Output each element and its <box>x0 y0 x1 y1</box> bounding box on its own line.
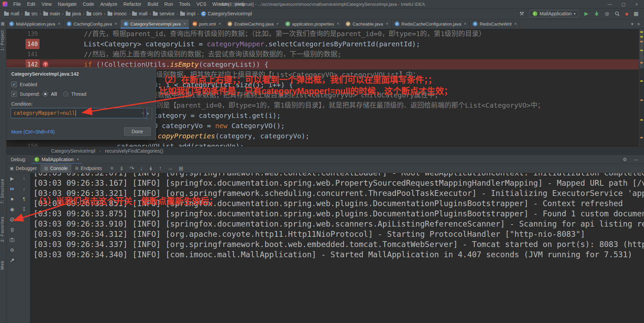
run-button[interactable]: ▶ <box>584 11 588 17</box>
done-button[interactable]: Done <box>124 127 151 136</box>
run-to-cursor-icon[interactable]: → <box>167 165 173 171</box>
scroll-to-end-icon[interactable]: ↧ <box>18 204 30 214</box>
breadcrumb-item[interactable]: mall <box>3 11 20 16</box>
pause-icon[interactable]: ▮▮ <box>6 184 18 194</box>
evaluate-expression-icon[interactable]: ⊞ <box>178 165 183 172</box>
breadcrumb-item[interactable]: com <box>86 11 103 16</box>
tool-windows-icon[interactable]: ▦ <box>634 11 639 17</box>
breadcrumb-method[interactable]: recursivelyFindCategories() <box>105 148 163 154</box>
tab-close-icon[interactable]: × <box>184 21 186 26</box>
tab-CategoryServiceImpl.java[interactable]: CCategoryServiceImpl.java× <box>121 19 189 29</box>
tab-close-icon[interactable]: × <box>386 21 388 26</box>
breadcrumb-item[interactable]: main <box>43 11 61 16</box>
condition-history-dropdown[interactable]: ▾ <box>143 108 152 119</box>
tab-pom.xml[interactable]: mpom.xml× <box>189 19 224 29</box>
mute-breakpoints-icon[interactable]: ⊘ <box>6 214 18 225</box>
step-out-icon[interactable]: ↑ <box>159 165 161 171</box>
code-line[interactable]: 150 categoryVOList.add(categoryVo); <box>6 141 644 147</box>
code-line[interactable]: 139 //首先，根据parent_id，查询出所有该级别的数据；（比如，第一次… <box>6 29 644 39</box>
thread-dump-icon[interactable] <box>6 235 18 245</box>
suspend-thread-radio[interactable] <box>63 91 68 97</box>
hidden-tabs-icon[interactable]: ▾ <box>631 21 633 27</box>
debug-tab-endpoints[interactable]: ⊞Endpoints <box>72 164 106 173</box>
breadcrumb-class[interactable]: CategoryServiceImpl <box>51 148 95 154</box>
breadcrumb-item[interactable]: impl <box>179 11 196 16</box>
soft-wrap-icon[interactable]: ¶ <box>18 194 30 204</box>
tab-close-icon[interactable]: × <box>115 21 117 26</box>
show-execution-point-icon[interactable]: ⇓ <box>119 165 124 172</box>
view-breakpoints-icon[interactable]: ◉ <box>6 204 18 214</box>
search-everywhere-button[interactable] <box>615 11 620 16</box>
tab-RedisCacheWrit[interactable]: CRedisCacheWrit× <box>470 19 520 29</box>
tab-close-icon[interactable]: × <box>514 21 517 26</box>
gutter[interactable]: 140 <box>6 39 51 49</box>
build-tools-icon[interactable]: ⚒ <box>519 11 524 17</box>
more-link[interactable]: More (Ctrl+Shift+F8) <box>11 129 55 135</box>
coverage-button[interactable]: ◎ <box>605 11 609 17</box>
step-over-icon[interactable]: ↷ <box>130 165 134 172</box>
gutter[interactable]: 139 <box>6 29 51 39</box>
code-line[interactable]: 141 //然后，遍历上面查询的该级别的数据；去尝试查询该级别数据的，下一级别的… <box>6 49 644 59</box>
step-into-icon[interactable]: ↓ <box>140 165 143 171</box>
hide-panel-icon[interactable]: — <box>634 157 639 162</box>
layout-settings-icon[interactable]: ≡ <box>110 165 113 171</box>
tool-window-button-1-project[interactable]: 1: Project <box>0 26 6 55</box>
close-session-icon[interactable]: × <box>77 157 79 162</box>
code-line[interactable]: 140 List<Category> categoryList = catego… <box>6 39 644 49</box>
gutter[interactable]: 150 <box>6 141 51 147</box>
conditional-breakpoint-icon[interactable]: ? <box>43 61 48 67</box>
breadcrumb-item[interactable]: service <box>152 11 175 16</box>
tab-Cacheable.java[interactable]: @Cacheable.java× <box>343 19 392 29</box>
tab-options-icon[interactable]: ≡ <box>637 21 640 27</box>
gutter[interactable]: 141 <box>6 49 51 59</box>
menu-vcs[interactable]: VCS <box>193 1 209 7</box>
tab-close-icon[interactable]: × <box>277 21 279 26</box>
tab-CachingConfig.java[interactable]: CCachingConfig.java× <box>64 19 121 29</box>
restore-button[interactable]: ▢ <box>622 2 626 7</box>
debug-tab-debugger[interactable]: ▣Debugger <box>6 164 41 173</box>
menu-refactor[interactable]: Refactor <box>120 1 144 7</box>
close-button[interactable]: × <box>635 2 638 7</box>
pin-icon[interactable] <box>6 255 18 265</box>
down-stack-icon[interactable]: ↓ <box>18 184 30 194</box>
menu-analyze[interactable]: Analyze <box>97 1 121 7</box>
menu-file[interactable]: File <box>10 1 24 7</box>
debug-button[interactable] <box>594 11 599 16</box>
gear-icon[interactable]: ⚙ <box>623 157 627 162</box>
editor[interactable]: 139 //首先，根据parent_id，查询出所有该级别的数据；（比如，第一次… <box>6 29 644 147</box>
tab-close-icon[interactable]: × <box>219 21 221 26</box>
trash-icon[interactable] <box>6 225 18 235</box>
stop-button[interactable]: ■ <box>625 11 628 17</box>
menu-edit[interactable]: Edit <box>24 1 38 7</box>
breadcrumb-item[interactable]: src <box>24 11 38 16</box>
suspend-all-radio[interactable] <box>43 91 48 97</box>
resume-icon[interactable]: ▶ <box>6 173 18 184</box>
stop-icon[interactable]: ■ <box>6 194 18 204</box>
error-stripe[interactable] <box>639 29 644 147</box>
tab-application.properties[interactable]: ≡application.properties× <box>282 19 343 29</box>
menu-code[interactable]: Code <box>80 1 97 7</box>
tab-MallApplication.java[interactable]: CMallApplication.java× <box>6 19 64 29</box>
debug-session-tab[interactable]: MallApplication × <box>31 155 82 164</box>
run-config-select[interactable]: MallApplication ▾ <box>529 10 579 17</box>
tool-window-button-2-favorites[interactable]: 2: Favorites <box>0 212 6 246</box>
breadcrumb-item[interactable]: mall <box>131 11 148 16</box>
menu-tools[interactable]: Tools <box>176 1 193 7</box>
condition-input[interactable]: categoryMapper!=null ▿ <box>11 108 147 118</box>
breadcrumb-item[interactable]: imooc <box>107 11 127 16</box>
tool-window-button-web[interactable]: Web <box>0 257 6 274</box>
menu-build[interactable]: Build <box>144 1 161 7</box>
tool-window-button-7-structure[interactable]: 7: Structure <box>0 174 6 208</box>
debug-tab-console[interactable]: ▤Console <box>41 164 72 173</box>
up-stack-icon[interactable]: ↑ <box>18 173 30 184</box>
minimize-button[interactable]: — <box>608 2 612 7</box>
tab-close-icon[interactable]: × <box>464 21 466 26</box>
menu-view[interactable]: View <box>38 1 55 7</box>
tab-close-icon[interactable]: × <box>58 21 60 26</box>
settings-icon[interactable]: ⚙ <box>6 245 18 255</box>
tab-RedisCacheConfiguration.java[interactable]: CRedisCacheConfiguration.java× <box>392 19 470 29</box>
breadcrumb-item[interactable]: CCategoryServiceImpl <box>200 11 253 16</box>
menu-navigate[interactable]: Navigate <box>55 1 80 7</box>
suspend-checkbox[interactable]: ✓ <box>11 91 17 97</box>
tab-EnableCaching.java[interactable]: @EnableCaching.java× <box>224 19 282 29</box>
